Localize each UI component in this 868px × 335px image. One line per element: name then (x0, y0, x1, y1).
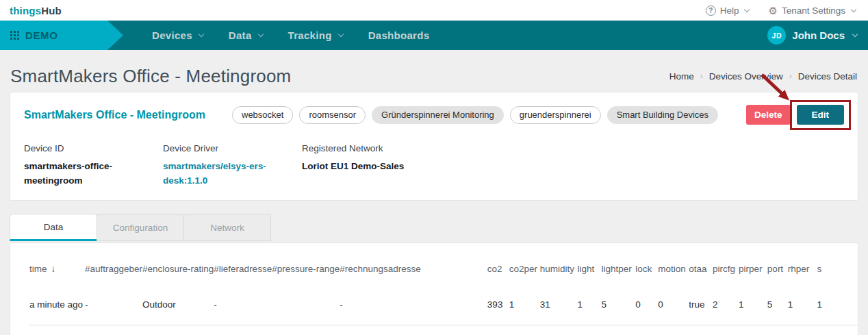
edit-button-wrapper: Edit (797, 105, 845, 125)
table-cell (272, 284, 340, 325)
sort-descending-icon: ↓ (51, 264, 56, 274)
avatar: JD (767, 26, 786, 45)
breadcrumb-item[interactable]: Devices Overview (709, 71, 783, 82)
device-tags: websocketroomsensorGründerspinnerei Moni… (232, 106, 718, 124)
column-header-pirper[interactable]: pirper (739, 243, 767, 284)
user-name: John Docs (792, 29, 845, 41)
breadcrumb-item: Devices Detail (798, 71, 857, 82)
device-name: SmartMakers Office - Meetingroom (24, 109, 232, 121)
delete-button[interactable]: Delete (746, 105, 791, 125)
help-icon: ? (706, 5, 716, 16)
table-cell: - (85, 284, 142, 325)
nav-item-label: Data (229, 29, 252, 41)
table-cell: 1 (817, 284, 858, 325)
column-header-otaa[interactable]: otaa (689, 243, 713, 284)
device-field: Registered NetworkLoriot EU1 Demo-Sales (302, 143, 420, 188)
device-summary-card: SmartMakers Office - Meetingroom websock… (10, 92, 858, 201)
nav-item-label: Dashboards (368, 29, 430, 41)
table-cell: 1 (739, 284, 767, 325)
table-cell: - (340, 284, 487, 325)
table-cell: 5 (767, 284, 788, 325)
column-header-motion[interactable]: motion (658, 243, 689, 284)
column-header-light[interactable]: light (578, 243, 602, 284)
nav-item-tracking[interactable]: Tracking (288, 29, 343, 41)
chevron-down-icon (744, 6, 750, 12)
nav-item-dashboards[interactable]: Dashboards (368, 29, 430, 41)
column-header-rhper[interactable]: rhper (788, 243, 817, 284)
field-value-link[interactable]: smartmakers/elsys-ers-desk:1.1.0 (163, 159, 281, 188)
breadcrumb: Home›Devices Overview›Devices Detail (669, 71, 857, 82)
help-label: Help (720, 5, 739, 16)
column-header-rechnungsadresse[interactable]: #rechnungsadresse (340, 243, 487, 284)
column-header-enclosure-rating[interactable]: #enclosure-rating (142, 243, 214, 284)
table-cell: 1 (578, 284, 602, 325)
nav-item-devices[interactable]: Devices (152, 29, 203, 41)
table-header-row: time↓#auftraggeber#enclosure-rating#lief… (29, 243, 858, 284)
column-header-auftraggeber[interactable]: #auftraggeber (85, 243, 142, 284)
table-cell: 0 (635, 284, 658, 325)
column-header-lieferadresse[interactable]: #lieferadresse (214, 243, 272, 284)
breadcrumb-separator: › (700, 71, 703, 81)
main-nav-bar: DEMO DevicesDataTrackingDashboards JD Jo… (0, 21, 868, 50)
column-header-co2per[interactable]: co2per (509, 243, 540, 284)
table-cell: 393 (487, 284, 509, 325)
device-fields: Device IDsmartmakers-office-meetingroomD… (10, 125, 858, 200)
field-label: Registered Network (302, 143, 420, 153)
user-menu[interactable]: JD John Docs (767, 26, 857, 45)
device-tag: Gründerspinnerei Monitoring (372, 106, 504, 124)
grid-icon (10, 31, 19, 40)
tab-bar: DataConfigurationNetwork (10, 214, 858, 241)
table-cell: 0 (658, 284, 689, 325)
table-cell: 2 (713, 284, 739, 325)
table-cell: a minute ago (29, 284, 85, 325)
column-header-time[interactable]: time↓ (29, 243, 85, 284)
device-card-header: SmartMakers Office - Meetingroom websock… (10, 92, 858, 125)
nav-item-data[interactable]: Data (229, 29, 263, 41)
chevron-down-icon (337, 32, 343, 37)
page-title: SmartMakers Office - Meetingroom (10, 66, 291, 87)
tenant-settings-label: Tenant Settings (782, 5, 845, 16)
gear-icon: ⚙ (768, 5, 777, 16)
chevron-down-icon (199, 32, 204, 37)
nav-links: DevicesDataTrackingDashboards (152, 29, 429, 41)
logo-text-secondary: Hub (41, 5, 62, 16)
top-bar: thingsHub ? Help ⚙ Tenant Settings (0, 0, 868, 21)
tab-network[interactable]: Network (183, 214, 271, 241)
tenant-selector[interactable]: DEMO (0, 21, 125, 50)
column-header-humidity[interactable]: humidity (540, 243, 578, 284)
column-header-co2[interactable]: co2 (487, 243, 509, 284)
help-menu[interactable]: ? Help (706, 5, 750, 16)
edit-button[interactable]: Edit (797, 105, 845, 125)
column-header-port[interactable]: port (767, 243, 788, 284)
logo-text-primary: things (10, 5, 41, 16)
column-header-pressure-range[interactable]: #pressure-range (272, 243, 340, 284)
tenant-settings-menu[interactable]: ⚙ Tenant Settings (768, 5, 856, 16)
content-area: SmartMakers Office - Meetingroom websock… (0, 92, 868, 335)
telemetry-table: time↓#auftraggeber#enclosure-rating#lief… (29, 243, 858, 325)
tab-configuration[interactable]: Configuration (97, 214, 184, 241)
field-label: Device ID (24, 143, 163, 153)
table-cell: Outdoor (142, 284, 214, 325)
table-row: a minute ago-Outdoor--3931311500true2151… (29, 284, 858, 325)
breadcrumb-separator: › (789, 71, 792, 81)
page-head: SmartMakers Office - Meetingroom Home›De… (0, 60, 868, 92)
tenant-label: DEMO (25, 29, 58, 41)
tab-data[interactable]: Data (10, 214, 97, 241)
device-tag: websocket (232, 106, 293, 124)
column-header-lightper[interactable]: lightper (601, 243, 635, 284)
column-header-lock[interactable]: lock (635, 243, 658, 284)
device-field: Device IDsmartmakers-office-meetingroom (24, 143, 163, 188)
chevron-down-icon (257, 32, 263, 37)
column-header-s[interactable]: s (817, 243, 858, 284)
device-tag: gruenderspinnerei (510, 106, 601, 124)
device-actions: Delete Edit (746, 105, 844, 125)
device-tag: Smart Building Devices (607, 106, 718, 124)
nav-item-label: Tracking (288, 29, 332, 41)
field-value: Loriot EU1 Demo-Sales (302, 159, 420, 173)
device-field: Device Driversmartmakers/elsys-ers-desk:… (163, 143, 302, 188)
breadcrumb-item[interactable]: Home (669, 71, 694, 82)
topbar-menu: ? Help ⚙ Tenant Settings (706, 5, 856, 16)
data-table-card: time↓#auftraggeber#enclosure-rating#lief… (10, 243, 858, 335)
thingshub-logo[interactable]: thingsHub (10, 5, 62, 16)
column-header-pircfg[interactable]: pircfg (713, 243, 739, 284)
